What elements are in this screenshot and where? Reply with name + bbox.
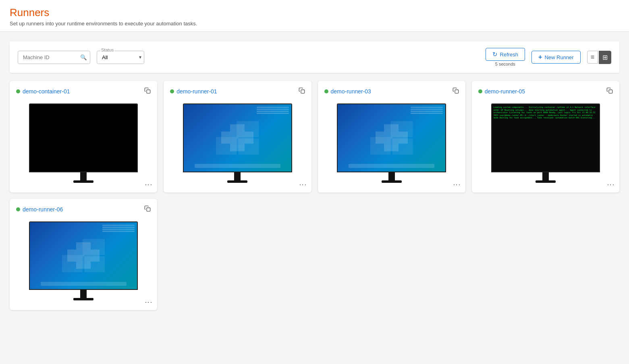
list-view-button[interactable]: ≡ — [587, 51, 598, 64]
monitor-screen — [29, 103, 138, 172]
grid-view-button[interactable]: ⊞ — [599, 51, 611, 64]
runner-card: demo-runner-06⋮ — [10, 199, 157, 310]
screen-windows — [30, 222, 137, 290]
status-online-dot — [16, 207, 20, 211]
windows-logo-decoration — [221, 124, 253, 151]
copy-runner-id-button[interactable] — [606, 87, 613, 95]
runner-more-options-button[interactable]: ⋮ — [145, 181, 152, 188]
runner-monitor[interactable] — [16, 100, 151, 186]
screen-terminal: Loading system components... Initializin… — [492, 104, 600, 172]
runner-monitor[interactable] — [16, 218, 151, 304]
runner-card-header: demo-runner-05 — [478, 87, 613, 95]
refresh-time: 5 seconds — [495, 62, 515, 66]
status-select[interactable]: All Online Offline — [100, 51, 141, 64]
monitor-foot — [536, 180, 556, 183]
screen-black — [30, 104, 137, 172]
monitor-screen — [29, 221, 138, 290]
search-button[interactable]: 🔍 — [80, 54, 87, 60]
monitor-screen: Loading system components... Initializin… — [491, 103, 600, 172]
status-filter: Status All Online Offline ▾ — [97, 51, 144, 64]
svg-rect-4 — [147, 208, 150, 211]
new-runner-label: New Runner — [544, 54, 573, 60]
runner-more-options-button[interactable]: ⋮ — [453, 181, 461, 188]
runner-card: demo-runner-05Loading system components.… — [472, 81, 619, 192]
svg-rect-1 — [301, 90, 305, 93]
status-label: Status — [100, 48, 114, 52]
monitor-foot — [227, 180, 247, 183]
runner-name[interactable]: demo-runner-05 — [485, 88, 604, 95]
refresh-control: ↻ Refresh 5 seconds — [486, 48, 525, 66]
windows-logo-decoration — [67, 242, 100, 269]
monitor-base — [80, 290, 87, 298]
runner-more-options-button[interactable]: ⋮ — [299, 181, 307, 188]
view-toggle: ≡ ⊞ — [587, 51, 611, 64]
main-content: 🔍 Status All Online Offline ▾ ↻ Refresh … — [0, 32, 629, 320]
runner-monitor[interactable] — [170, 100, 305, 186]
svg-rect-2 — [455, 90, 459, 93]
screen-windows — [338, 104, 445, 172]
runner-monitor[interactable] — [324, 100, 459, 186]
runner-name[interactable]: demo-runner-03 — [331, 88, 450, 95]
copy-runner-id-button[interactable] — [453, 87, 459, 95]
refresh-label: Refresh — [500, 52, 519, 58]
plus-icon: + — [538, 54, 542, 61]
runner-card: demo-runner-01⋮ — [164, 81, 311, 192]
runner-card-header: demo-runner-01 — [170, 87, 305, 95]
machine-id-input[interactable] — [18, 51, 90, 64]
copy-runner-id-button[interactable] — [299, 87, 305, 95]
svg-rect-3 — [609, 90, 612, 93]
copy-runner-id-button[interactable] — [144, 205, 151, 213]
monitor-screen — [337, 103, 446, 172]
runner-card: demo-runner-03⋮ — [318, 81, 465, 192]
copy-runner-id-button[interactable] — [144, 87, 151, 95]
refresh-icon: ↻ — [492, 51, 498, 58]
runner-name[interactable]: demo-runner-01 — [176, 88, 296, 95]
monitor-base — [80, 172, 87, 180]
search-field: 🔍 — [18, 51, 90, 64]
screen-windows — [184, 104, 291, 172]
runner-card-header: demo-runner-06 — [16, 205, 151, 213]
list-view-icon: ≡ — [591, 54, 594, 61]
runner-name[interactable]: demo-container-01 — [23, 88, 142, 95]
status-online-dot — [170, 89, 174, 93]
runner-name[interactable]: demo-runner-06 — [23, 206, 142, 213]
runner-more-options-button[interactable]: ⋮ — [145, 299, 152, 306]
runner-card: demo-container-01⋮ — [10, 81, 157, 192]
status-online-dot — [16, 89, 20, 93]
status-online-dot — [478, 89, 482, 93]
monitor-base — [542, 172, 549, 180]
page-subtitle: Set up runners into your runtime environ… — [10, 21, 619, 27]
monitor-base — [388, 172, 395, 180]
monitor-foot — [73, 180, 93, 183]
page-header: Runners Set up runners into your runtime… — [0, 0, 629, 32]
runner-monitor[interactable]: Loading system components... Initializin… — [478, 100, 613, 186]
runner-card-header: demo-runner-03 — [324, 87, 459, 95]
runner-more-options-button[interactable]: ⋮ — [607, 181, 614, 188]
monitor-screen — [183, 103, 292, 172]
page-title: Runners — [10, 6, 619, 19]
toolbar: 🔍 Status All Online Offline ▾ ↻ Refresh … — [10, 41, 619, 73]
monitor-base — [234, 172, 241, 180]
status-online-dot — [324, 89, 328, 93]
monitor-foot — [73, 298, 93, 300]
grid-view-icon: ⊞ — [602, 54, 608, 61]
runners-grid: demo-container-01⋮demo-runner-01⋮demo-ru… — [10, 81, 619, 310]
refresh-button[interactable]: ↻ Refresh — [486, 48, 525, 61]
new-runner-button[interactable]: + New Runner — [531, 51, 581, 64]
windows-logo-decoration — [376, 124, 408, 151]
search-icon: 🔍 — [80, 54, 87, 60]
runner-card-header: demo-container-01 — [16, 87, 151, 95]
monitor-foot — [382, 180, 402, 183]
svg-rect-0 — [147, 90, 150, 93]
